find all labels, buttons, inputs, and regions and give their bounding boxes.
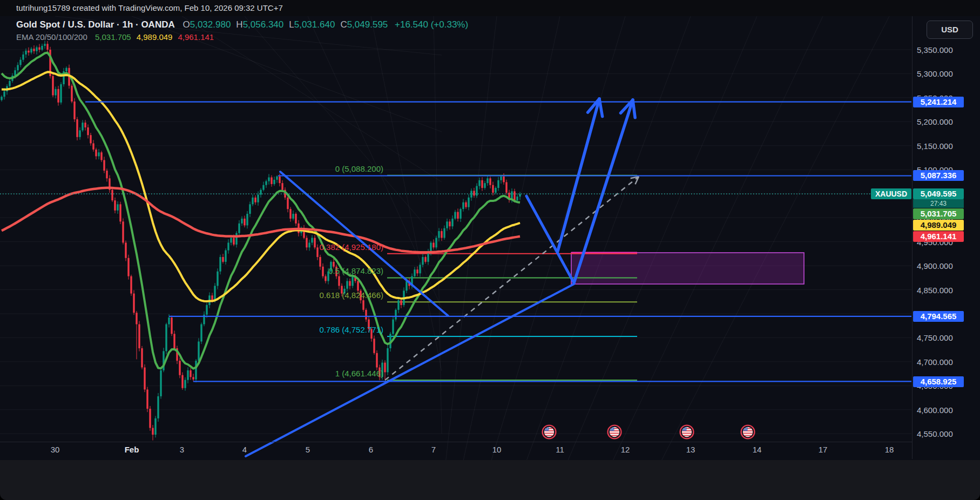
time-tick-label[interactable]: 30 (51, 445, 60, 454)
ohlc-value: 5,032.980 (190, 19, 231, 30)
time-tick-label[interactable]: 14 (753, 445, 762, 454)
time-tick-label[interactable]: 13 (686, 445, 695, 454)
fib-label-1: 0.382 (4,925.180) (320, 242, 383, 252)
ohlc-label: O (183, 19, 190, 30)
time-tick-label[interactable]: 11 (556, 445, 564, 454)
symbol-header[interactable]: Gold Spot / U.S. Dollar · 1h · OANDA O5,… (16, 19, 468, 30)
fib-label-5: 1 (4,661.446) (335, 369, 383, 378)
ohlc-label: H (236, 19, 242, 30)
price-tick-label[interactable]: 5,150.000 (917, 141, 953, 150)
price-tick-label[interactable]: 4,600.000 (917, 405, 953, 414)
time-tick-label[interactable]: 4 (242, 445, 247, 454)
footer-bar: TradingView (0, 460, 980, 500)
ohlc-label: C (340, 19, 347, 30)
price-tick-label[interactable]: 4,700.000 (917, 357, 953, 366)
price-tick-label[interactable]: 5,350.000 (917, 45, 953, 55)
ema-line-0[interactable] (2, 53, 520, 369)
time-tick-label[interactable]: 12 (621, 445, 630, 454)
ema-value: 4,961.141 (178, 32, 214, 42)
economic-event-us-flag-icon[interactable] (607, 424, 622, 440)
symbol-title[interactable]: Gold Spot / U.S. Dollar · 1h · OANDA (16, 19, 175, 30)
fib-label-4: 0.786 (4,752.771) (320, 325, 383, 334)
chart-canvas[interactable] (0, 0, 980, 500)
price-tick-label[interactable]: 4,550.000 (917, 429, 953, 438)
economic-event-us-flag-icon[interactable] (542, 424, 557, 440)
bar-countdown: 27:43 (913, 199, 964, 208)
axis-price-tag: 4,794.565 (913, 311, 964, 322)
axis-price-tag: 5,087.336 (913, 170, 964, 181)
time-tick-label[interactable]: 10 (492, 445, 502, 454)
fib-label-0: 0 (5,088.200) (335, 164, 383, 173)
economic-event-us-flag-icon[interactable] (679, 424, 694, 440)
price-tick-label[interactable]: 4,750.000 (917, 333, 953, 342)
price-change: +16.540 (+0.33%) (395, 19, 468, 30)
time-tick-label[interactable]: 3 (180, 445, 184, 454)
time-tick-label[interactable]: 6 (369, 445, 373, 454)
price-tick-label[interactable]: 5,300.000 (917, 69, 953, 78)
ohlc-value: 5,049.595 (347, 19, 388, 30)
symbol-price-tag: XAUUSD (871, 188, 911, 199)
price-tick-label[interactable]: 4,900.000 (917, 261, 953, 271)
axis-price-tag: 4,658.925 (913, 376, 964, 387)
ohlc-values: O5,032.980H5,056.340L5,031.640C5,049.595 (177, 19, 388, 30)
axis-price-tag: 4,989.049 (913, 220, 964, 231)
ema-line-1[interactable] (2, 72, 520, 301)
time-tick-label[interactable]: 18 (885, 445, 894, 454)
price-tick-label[interactable]: 4,850.000 (917, 285, 953, 294)
time-tick-label[interactable]: 5 (306, 445, 310, 454)
axis-price-tag: 5,031.705 (913, 208, 964, 219)
currency-toggle-button[interactable]: USD (927, 21, 973, 39)
time-tick-label[interactable]: Feb (125, 445, 139, 454)
ema-value: 5,031.705 (95, 32, 131, 42)
ema-indicator-row[interactable]: EMA 20/50/100/200 5,031.7054,989.0494,96… (16, 32, 225, 42)
time-axis-separator[interactable] (0, 442, 913, 442)
axis-price-tag: 4,961.141 (913, 231, 964, 242)
ema-value: 4,989.049 (137, 32, 173, 42)
fib-label-2: 0.5 (4,874.823) (328, 266, 383, 275)
ema-values: 5,031.7054,989.0494,961.141 (95, 32, 219, 42)
tradingview-chart-window: tutrihung15789 created with TradingView.… (0, 0, 980, 500)
axis-price-tag: 5,241.214 (913, 97, 964, 107)
pullback-leg-line[interactable] (526, 196, 574, 283)
price-tick-label[interactable]: 5,200.000 (917, 117, 953, 126)
axis-price-tag: 5,049.595 (913, 188, 964, 199)
supply-zone-box[interactable] (571, 253, 804, 284)
time-tick-label[interactable]: 7 (431, 445, 436, 454)
ohlc-value: 5,031.640 (294, 19, 335, 30)
ema-indicator-label[interactable]: EMA 20/50/100/200 (16, 32, 87, 42)
ohlc-label: L (289, 19, 294, 30)
price-axis-separator[interactable] (912, 16, 913, 459)
fib-label-3: 0.618 (4,824.466) (320, 290, 383, 300)
ohlc-value: 5,056.340 (243, 19, 284, 30)
economic-event-us-flag-icon[interactable] (740, 424, 755, 440)
time-tick-label[interactable]: 17 (819, 445, 828, 454)
